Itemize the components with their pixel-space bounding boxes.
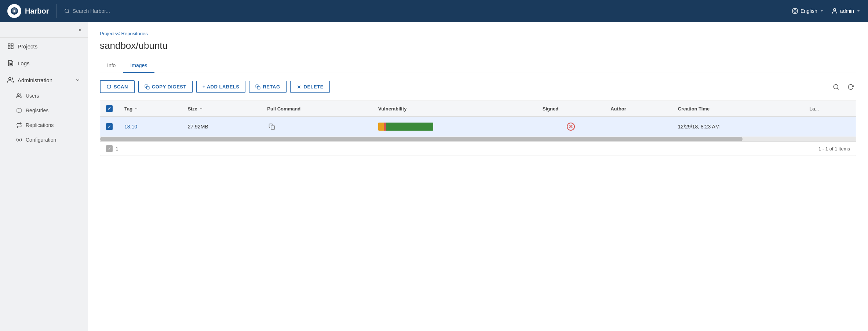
signed-cell: ✕ (543, 123, 599, 131)
scan-icon (106, 84, 112, 90)
toolbar: SCAN COPY DIGEST + ADD LABELS (100, 80, 856, 93)
footer-checkbox[interactable] (106, 145, 113, 152)
vulnerability-bar (378, 123, 433, 131)
add-labels-button[interactable]: + ADD LABELS (196, 81, 246, 93)
logo: Harbor (7, 4, 57, 18)
sidebar-registries-label: Registries (26, 108, 48, 113)
sidebar-administration-label: Administration (18, 77, 52, 83)
chevron-down-icon (75, 77, 80, 83)
row-size: 27.92MB (188, 124, 208, 130)
unsigned-icon: ✕ (567, 123, 575, 131)
tabs: Info Images (100, 59, 856, 73)
sidebar: « Projects Logs (0, 22, 88, 331)
copy-digest-button[interactable]: COPY DIGEST (138, 81, 193, 93)
row-checkbox[interactable] (106, 123, 113, 130)
col-pull-header: Pull Command (267, 106, 300, 112)
sidebar-logs-label: Logs (18, 60, 30, 66)
creation-time-cell: 12/29/18, 8:23 AM (672, 117, 803, 137)
sort-size-icon[interactable] (199, 106, 203, 111)
col-tag-header: Tag (124, 106, 132, 112)
search-bar[interactable] (64, 8, 248, 14)
svg-rect-21 (271, 126, 275, 130)
search-toggle-button[interactable] (831, 81, 842, 92)
breadcrumb-projects-link[interactable]: Projects< (100, 31, 120, 36)
table-footer: 1 1 - 1 of 1 items (100, 141, 856, 156)
sort-icon[interactable] (134, 106, 138, 111)
svg-rect-8 (11, 47, 13, 49)
svg-line-2 (68, 12, 69, 13)
svg-point-5 (834, 8, 836, 11)
header-right: English admin (792, 8, 861, 14)
sidebar-item-users[interactable]: Users (0, 88, 88, 103)
search-icon (833, 84, 839, 90)
delete-button[interactable]: DELETE (290, 81, 330, 93)
search-input[interactable] (73, 8, 248, 14)
pull-command-copy-button[interactable] (267, 122, 277, 131)
footer-selected-count: 1 (116, 146, 118, 152)
header: Harbor English admin (0, 0, 868, 22)
svg-point-13 (17, 94, 19, 95)
vuln-segment-high (384, 123, 387, 131)
vuln-segment-low (386, 123, 433, 131)
page-title: sandbox/ubuntu (100, 40, 856, 51)
col-size-header: Size (188, 106, 197, 112)
main-content: Projects< Repositories sandbox/ubuntu In… (88, 22, 868, 331)
copy-icon (145, 84, 150, 90)
layout: « Projects Logs (0, 22, 868, 331)
col-vuln-header: Vulnerability (378, 106, 407, 112)
retag-icon (255, 84, 260, 90)
toolbar-right (831, 81, 856, 92)
vuln-segment-medium (378, 123, 384, 131)
svg-rect-9 (8, 47, 10, 49)
pagination-text: 1 - 1 of 1 items (818, 146, 850, 152)
svg-rect-15 (146, 86, 149, 89)
language-selector[interactable]: English (792, 8, 824, 14)
sidebar-item-projects[interactable]: Projects (0, 38, 88, 55)
tag-link[interactable]: 18.10 (124, 124, 137, 130)
breadcrumb-repositories-link[interactable]: Repositories (121, 31, 148, 36)
sidebar-configuration-label: Configuration (26, 137, 56, 143)
user-label: admin (840, 8, 854, 14)
col-author-header: Author (610, 106, 626, 112)
sidebar-administration-group[interactable]: Administration (0, 72, 88, 88)
refresh-button[interactable] (845, 81, 856, 92)
svg-point-1 (65, 9, 68, 12)
sidebar-collapse-area: « (0, 22, 88, 38)
col-labels-header: La... (809, 106, 819, 112)
svg-rect-7 (11, 44, 13, 46)
sidebar-replications-label: Replications (26, 122, 54, 128)
logo-text: Harbor (25, 7, 49, 15)
retag-button[interactable]: RETAG (249, 81, 286, 93)
svg-rect-16 (258, 86, 260, 89)
sidebar-users-label: Users (26, 93, 39, 99)
sidebar-item-configuration[interactable]: Configuration (0, 132, 88, 147)
svg-point-14 (18, 139, 20, 141)
table-row: 18.10 27.92MB (100, 117, 856, 137)
delete-icon (296, 84, 302, 90)
refresh-icon (847, 84, 854, 90)
tab-images[interactable]: Images (123, 59, 154, 73)
images-table: Tag Size Pull Command (100, 101, 856, 156)
logo-icon (7, 4, 21, 18)
sidebar-item-registries[interactable]: Registries (0, 103, 88, 118)
select-all-checkbox[interactable] (106, 105, 113, 112)
scan-button[interactable]: SCAN (100, 80, 135, 93)
horizontal-scrollbar[interactable] (100, 137, 856, 141)
sidebar-projects-label: Projects (18, 43, 37, 50)
svg-point-19 (834, 84, 838, 89)
col-signed-header: Signed (543, 106, 558, 112)
main-content-area: Projects< Repositories sandbox/ubuntu In… (88, 22, 868, 331)
svg-rect-6 (8, 44, 10, 46)
user-menu[interactable]: admin (831, 8, 861, 14)
author-cell (605, 117, 672, 137)
sidebar-item-logs[interactable]: Logs (0, 55, 88, 72)
col-creation-header: Creation Time (678, 106, 710, 112)
copy-pull-icon (269, 123, 275, 130)
sidebar-collapse-button[interactable]: « (79, 26, 82, 33)
svg-line-20 (837, 88, 838, 89)
tab-info[interactable]: Info (100, 59, 123, 73)
scrollbar-thumb[interactable] (100, 137, 743, 141)
breadcrumb: Projects< Repositories (100, 31, 856, 36)
svg-point-12 (9, 77, 11, 80)
sidebar-item-replications[interactable]: Replications (0, 118, 88, 132)
